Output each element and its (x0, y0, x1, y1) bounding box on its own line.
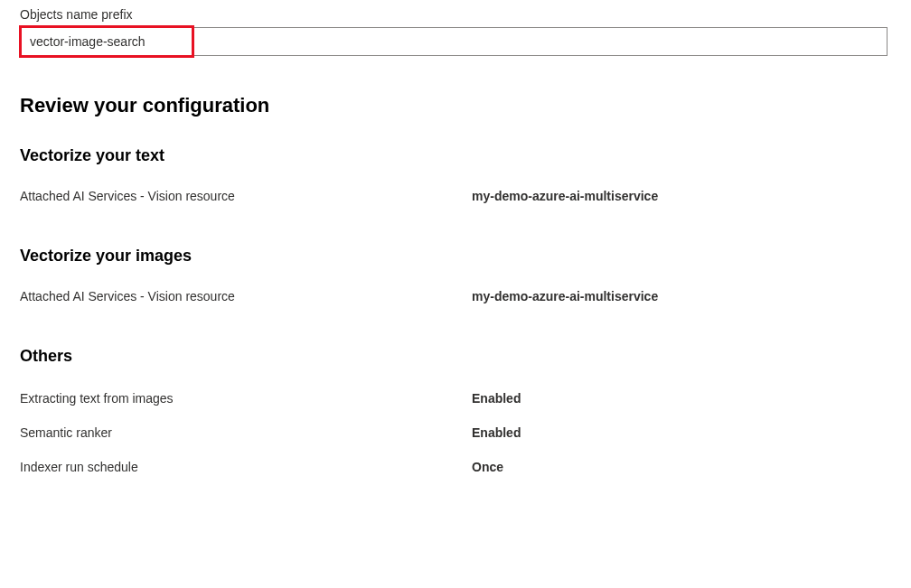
objects-name-prefix-input[interactable] (20, 27, 888, 56)
config-value: my-demo-azure-ai-multiservice (472, 189, 658, 203)
config-label: Attached AI Services - Vision resource (20, 189, 472, 203)
objects-name-prefix-label: Objects name prefix (20, 7, 891, 22)
config-value: my-demo-azure-ai-multiservice (472, 289, 658, 303)
config-label: Extracting text from images (20, 391, 472, 406)
config-row: Indexer run schedule Once (20, 460, 891, 474)
objects-name-prefix-input-wrapper (20, 27, 891, 56)
review-configuration-heading: Review your configuration (20, 94, 891, 117)
config-row: Semantic ranker Enabled (20, 425, 891, 440)
others-section: Others Extracting text from images Enabl… (20, 347, 891, 474)
config-value: Once (472, 460, 503, 474)
config-label: Attached AI Services - Vision resource (20, 289, 472, 303)
vectorize-images-heading: Vectorize your images (20, 247, 891, 266)
config-row: Attached AI Services - Vision resource m… (20, 189, 891, 203)
config-row: Extracting text from images Enabled (20, 391, 891, 406)
config-label: Indexer run schedule (20, 460, 472, 474)
config-label: Semantic ranker (20, 425, 472, 440)
config-value: Enabled (472, 391, 521, 406)
vectorize-text-section: Vectorize your text Attached AI Services… (20, 146, 891, 203)
config-value: Enabled (472, 425, 521, 440)
others-heading: Others (20, 347, 891, 366)
vectorize-text-heading: Vectorize your text (20, 146, 891, 165)
config-row: Attached AI Services - Vision resource m… (20, 289, 891, 303)
vectorize-images-section: Vectorize your images Attached AI Servic… (20, 247, 891, 303)
